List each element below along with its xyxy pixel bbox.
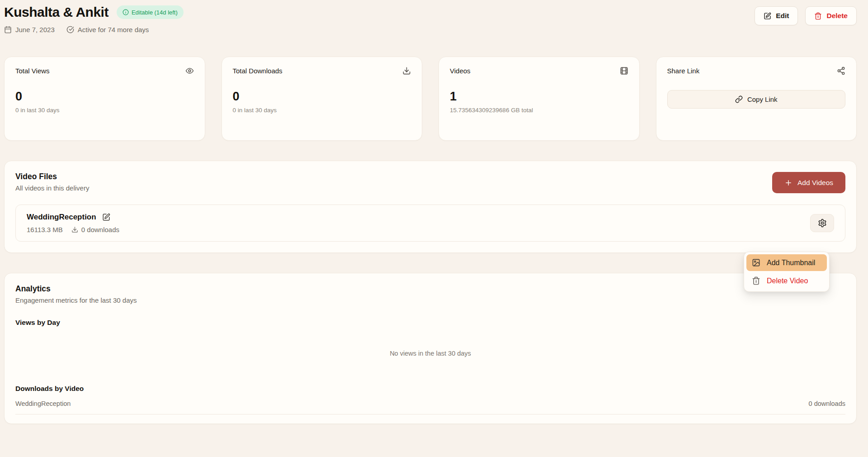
active-status-label: Active for 74 more days bbox=[78, 26, 149, 33]
video-downloads: 0 downloads bbox=[71, 226, 119, 233]
stat-card-videos: Videos 1 15.735634309239686 GB total bbox=[439, 57, 640, 141]
plus-icon bbox=[784, 179, 793, 187]
delivery-date: June 7, 2023 bbox=[4, 26, 55, 33]
header-meta: June 7, 2023 Active for 74 more days bbox=[4, 26, 184, 33]
active-status: Active for 74 more days bbox=[66, 26, 149, 33]
eye-icon bbox=[185, 67, 194, 75]
video-downloads-label: 0 downloads bbox=[81, 226, 119, 233]
stat-label: Share Link bbox=[667, 67, 700, 75]
image-icon bbox=[752, 258, 760, 267]
stat-card-total-downloads: Total Downloads 0 0 in last 30 days bbox=[222, 57, 423, 141]
download-icon bbox=[402, 67, 411, 75]
edit-button[interactable]: Edit bbox=[755, 6, 798, 25]
downloads-by-video-title: Downloads by Video bbox=[15, 385, 845, 393]
menu-item-label: Add Thumbnail bbox=[767, 259, 815, 267]
edit-pencil-icon bbox=[102, 213, 110, 221]
menu-item-label: Delete Video bbox=[767, 277, 808, 285]
stat-card-share-link: Share Link Copy Link bbox=[656, 57, 857, 141]
video-files-title: Video Files bbox=[15, 172, 89, 181]
share-icon bbox=[837, 67, 845, 75]
menu-item-add-thumbnail[interactable]: Add Thumbnail bbox=[746, 254, 827, 271]
delete-button[interactable]: Delete bbox=[805, 6, 857, 25]
stats-grid: Total Views 0 0 in last 30 days Total Do… bbox=[4, 57, 857, 141]
stat-label: Total Views bbox=[15, 67, 50, 75]
delete-button-label: Delete bbox=[826, 12, 848, 20]
video-name: WeddingReception bbox=[27, 213, 96, 222]
video-settings-menu: Add Thumbnail Delete Video bbox=[744, 252, 830, 292]
delivery-page: Kushalta & Ankit Editable (14d left) Jun… bbox=[0, 0, 868, 424]
check-circle-icon bbox=[66, 26, 74, 33]
header-left: Kushalta & Ankit Editable (14d left) Jun… bbox=[4, 5, 184, 33]
rename-video-button[interactable] bbox=[102, 213, 110, 221]
downloads-row-count: 0 downloads bbox=[809, 400, 845, 407]
page-header: Kushalta & Ankit Editable (14d left) Jun… bbox=[4, 5, 857, 33]
downloads-row-name: WeddingReception bbox=[15, 400, 71, 407]
copy-link-label: Copy Link bbox=[747, 95, 778, 103]
link-icon bbox=[735, 95, 743, 103]
stat-subtext: 15.735634309239686 GB total bbox=[450, 107, 628, 114]
badge-label: Editable (14d left) bbox=[132, 10, 178, 15]
info-icon bbox=[123, 9, 129, 15]
empty-state-message: No views in the last 30 days bbox=[390, 350, 471, 357]
stat-card-total-views: Total Views 0 0 in last 30 days bbox=[4, 57, 205, 141]
menu-item-delete-video[interactable]: Delete Video bbox=[746, 272, 827, 289]
analytics-title: Analytics bbox=[15, 284, 845, 294]
stat-value: 0 bbox=[15, 90, 194, 104]
stat-subtext: 0 in last 30 days bbox=[233, 107, 411, 114]
downloads-table-row: WeddingReception 0 downloads bbox=[15, 400, 845, 414]
video-files-subtitle: All videos in this delivery bbox=[15, 184, 89, 192]
video-size: 16113.3 MB bbox=[27, 226, 63, 233]
trash-icon bbox=[814, 12, 822, 20]
video-row: WeddingReception 16113.3 MB 0 downloads bbox=[15, 205, 845, 242]
stat-label: Videos bbox=[450, 67, 471, 75]
views-chart-empty-state: No views in the last 30 days bbox=[15, 327, 845, 380]
download-icon bbox=[71, 226, 78, 233]
editable-status-badge: Editable (14d left) bbox=[117, 5, 184, 19]
edit-button-label: Edit bbox=[776, 12, 789, 20]
film-icon bbox=[620, 67, 628, 75]
stat-value: 1 bbox=[450, 90, 628, 104]
trash-icon bbox=[752, 276, 760, 285]
video-files-heading: Video Files All videos in this delivery bbox=[15, 172, 89, 192]
views-by-day-title: Views by Day bbox=[15, 319, 845, 327]
header-actions: Edit Delete bbox=[755, 6, 857, 25]
analytics-section: Analytics Engagement metrics for the las… bbox=[4, 273, 857, 424]
page-title: Kushalta & Ankit bbox=[4, 5, 108, 20]
delivery-date-label: June 7, 2023 bbox=[15, 26, 55, 33]
stat-value: 0 bbox=[233, 90, 411, 104]
gear-icon bbox=[818, 219, 827, 228]
stat-label: Total Downloads bbox=[233, 67, 283, 75]
video-files-section: Video Files All videos in this delivery … bbox=[4, 161, 857, 253]
video-settings-button[interactable] bbox=[810, 214, 834, 232]
edit-pencil-icon bbox=[764, 12, 771, 20]
calendar-icon bbox=[4, 26, 12, 33]
add-videos-button[interactable]: Add Videos bbox=[772, 172, 845, 193]
video-info: WeddingReception 16113.3 MB 0 downloads bbox=[27, 213, 119, 233]
copy-link-button[interactable]: Copy Link bbox=[667, 90, 846, 109]
stat-subtext: 0 in last 30 days bbox=[15, 107, 194, 114]
add-videos-label: Add Videos bbox=[797, 179, 833, 187]
analytics-subtitle: Engagement metrics for the last 30 days bbox=[15, 296, 845, 304]
